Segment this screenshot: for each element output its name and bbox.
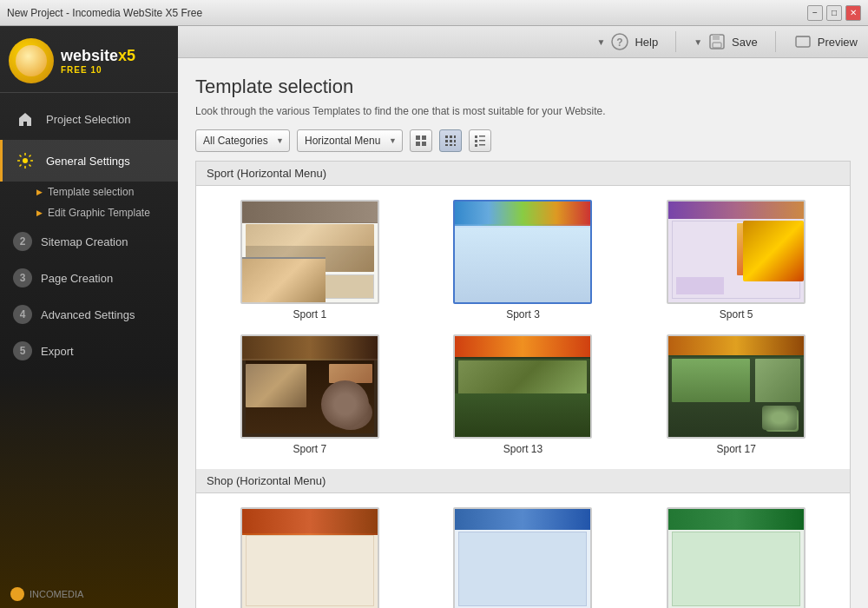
svg-rect-21 <box>479 135 485 137</box>
help-label: Help <box>635 36 658 49</box>
logo-icon-inner <box>16 45 47 76</box>
window-title: New Project - Incomedia WebSite X5 Free <box>7 7 807 19</box>
toolbar-separator-1 <box>675 31 676 52</box>
svg-rect-9 <box>416 142 420 146</box>
svg-rect-6 <box>796 36 810 47</box>
template-item-sport7[interactable]: Sport 7 <box>210 334 410 455</box>
svg-text:?: ? <box>617 36 623 49</box>
svg-rect-15 <box>450 140 452 142</box>
sport17-label: Sport 17 <box>716 443 755 455</box>
svg-rect-8 <box>422 135 426 140</box>
sidebar-footer: INCOMEDIA <box>0 580 178 608</box>
export-num: 5 <box>13 341 32 360</box>
template-item-shop1[interactable]: Shop 1 <box>210 507 410 608</box>
sidebar-item-project-selection[interactable]: Project Selection <box>0 98 178 140</box>
sidebar-item-general-settings[interactable]: General Settings <box>0 140 178 182</box>
logo-free: FREE 10 <box>61 65 135 75</box>
advanced-settings-num: 4 <box>13 305 32 324</box>
list-view-icon <box>474 135 486 147</box>
template-item-sport17[interactable]: Sport 17 <box>636 334 836 455</box>
sitemap-label: Sitemap Creation <box>41 235 128 248</box>
template-item-sport3[interactable]: Sport 3 <box>424 200 623 321</box>
advanced-settings-label: Advanced Settings <box>41 308 135 321</box>
project-selection-label: Project Selection <box>46 113 131 126</box>
shop3-thumbnail <box>667 507 806 608</box>
svg-rect-20 <box>475 135 477 138</box>
svg-rect-7 <box>416 135 420 140</box>
sidebar-item-export[interactable]: 5 Export <box>0 333 178 369</box>
logo-text: websitex5 FREE 10 <box>61 47 135 75</box>
svg-point-0 <box>23 158 28 163</box>
shop-template-grid: Shop 1 Shop 2 Shop <box>196 493 850 608</box>
page-creation-label: Page Creation <box>41 272 113 285</box>
content-area: ▼ ? Help ▼ Save Preview <box>178 26 868 608</box>
window-controls: − □ ✕ <box>807 5 861 21</box>
page-creation-num: 3 <box>13 268 32 287</box>
svg-rect-16 <box>454 140 456 142</box>
svg-rect-4 <box>713 35 720 40</box>
export-label: Export <box>41 345 74 358</box>
sport7-label: Sport 7 <box>293 443 326 455</box>
template-item-sport1[interactable]: Sport 1 <box>210 200 410 321</box>
logo-name: websitex5 <box>61 47 135 65</box>
title-bar: New Project - Incomedia WebSite X5 Free … <box>0 0 868 26</box>
sport3-thumbnail <box>453 200 592 304</box>
help-button[interactable]: ▼ ? Help <box>597 32 659 51</box>
svg-rect-19 <box>454 144 456 146</box>
save-dropdown-arrow: ▼ <box>694 37 702 47</box>
page-title: Template selection <box>195 76 851 98</box>
filters-bar: All Categories Business Sport Shop Perso… <box>195 129 851 152</box>
help-icon: ? <box>610 32 629 51</box>
logo: websitex5 FREE 10 <box>9 38 169 83</box>
logo-x5: x5 <box>118 47 135 64</box>
incomedia-logo-icon <box>10 587 24 601</box>
main-container: websitex5 FREE 10 Project Selection <box>0 26 868 608</box>
menu-type-dropdown[interactable]: Horizontal Menu Vertical Menu No Menu <box>297 129 403 152</box>
shop2-thumbnail <box>453 507 592 608</box>
preview-icon <box>793 32 812 51</box>
sport13-thumbnail <box>453 334 592 439</box>
sidebar: websitex5 FREE 10 Project Selection <box>0 26 178 608</box>
sport1-label: Sport 1 <box>293 308 326 321</box>
logo-website: website <box>61 47 118 64</box>
sport-template-grid: Sport 1 Sport 3 <box>196 186 850 469</box>
sitemap-num: 2 <box>13 232 32 251</box>
save-button[interactable]: ▼ Save <box>694 32 758 51</box>
home-icon <box>13 107 37 131</box>
close-button[interactable]: ✕ <box>845 5 861 21</box>
minimize-button[interactable]: − <box>807 5 823 21</box>
page-description: Look through the various Templates to fi… <box>195 105 851 117</box>
view-medium-grid-button[interactable] <box>439 129 462 152</box>
template-item-sport5[interactable]: Sport 5 <box>636 200 836 321</box>
arrow-icon: ▶ <box>36 188 43 196</box>
sidebar-item-sitemap[interactable]: 2 Sitemap Creation <box>0 223 178 260</box>
sport7-thumbnail <box>240 334 379 439</box>
shop1-thumbnail <box>240 507 379 608</box>
preview-button[interactable]: Preview <box>793 32 858 51</box>
sidebar-item-advanced-settings[interactable]: 4 Advanced Settings <box>0 296 178 333</box>
shop-section-header: Shop (Horizontal Menu) <box>196 469 850 493</box>
svg-rect-12 <box>450 135 452 138</box>
view-list-button[interactable] <box>469 129 491 152</box>
maximize-button[interactable]: □ <box>826 5 842 21</box>
template-item-shop3[interactable]: Shop 3 <box>636 507 836 608</box>
category-dropdown-wrapper: All Categories Business Sport Shop Perso… <box>195 129 290 152</box>
medium-grid-icon <box>444 135 457 147</box>
svg-rect-14 <box>445 140 448 142</box>
page-content: Template selection Look through the vari… <box>178 58 868 608</box>
category-dropdown[interactable]: All Categories Business Sport Shop Perso… <box>195 129 290 152</box>
preview-label: Preview <box>818 36 858 49</box>
sidebar-subitem-template-selection[interactable]: ▶ Template selection <box>0 182 178 202</box>
sidebar-subitem-edit-graphic[interactable]: ▶ Edit Graphic Template <box>0 202 178 223</box>
sidebar-item-page-creation[interactable]: 3 Page Creation <box>0 260 178 296</box>
grid-view-icon <box>415 135 427 147</box>
template-item-sport13[interactable]: Sport 13 <box>424 334 623 455</box>
incomedia-label: INCOMEDIA <box>30 589 83 599</box>
sport5-thumbnail <box>667 200 806 304</box>
view-grid-button[interactable] <box>410 129 432 152</box>
svg-rect-24 <box>475 144 477 147</box>
svg-rect-23 <box>479 140 485 142</box>
sport-section-header: Sport (Horizontal Menu) <box>196 162 850 186</box>
template-item-shop2[interactable]: Shop 2 <box>424 507 623 608</box>
svg-rect-11 <box>445 135 448 138</box>
